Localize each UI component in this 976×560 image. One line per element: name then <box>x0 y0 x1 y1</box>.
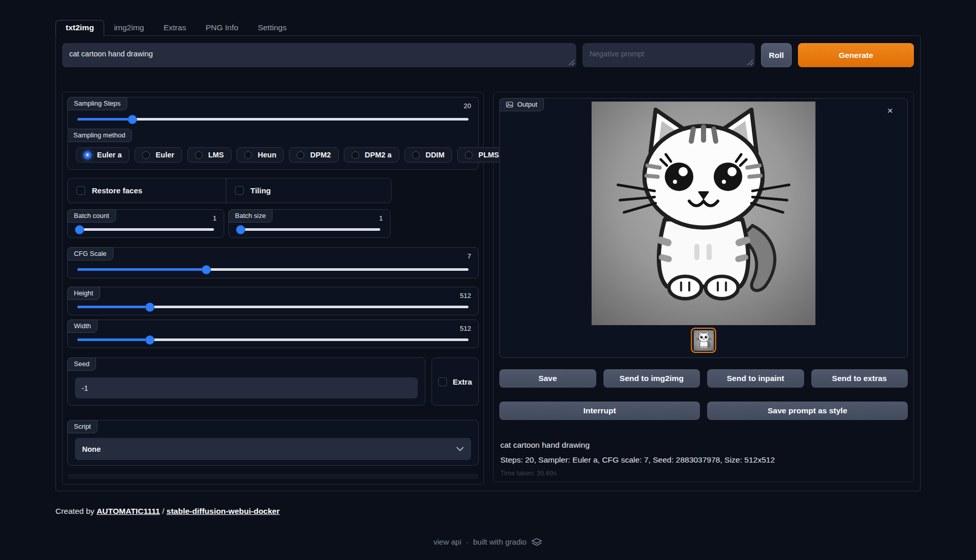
sampling-group: Sampling Steps 20 Sampling method Euler … <box>67 97 479 170</box>
radio-lms[interactable]: LMS <box>187 147 232 163</box>
generated-image <box>592 102 816 325</box>
radio-dpm2[interactable]: DPM2 <box>289 147 338 163</box>
tab-png-info[interactable]: PNG Info <box>196 21 248 35</box>
repo-link[interactable]: stable-diffusion-webui-docker <box>167 507 280 515</box>
close-icon[interactable]: × <box>887 106 893 115</box>
radio-label: DPM2 <box>310 151 330 159</box>
txt2img-panel: cat cartoon hand drawing Roll Generate S… <box>55 35 921 491</box>
negative-prompt-input[interactable] <box>582 43 755 67</box>
width-label: Width <box>67 319 97 333</box>
negative-prompt-wrap <box>582 43 755 67</box>
restore-faces-option[interactable]: Restore faces <box>68 178 226 203</box>
radio-dot-icon <box>142 151 150 159</box>
action-buttons-row: Interrupt Save prompt as style <box>499 402 908 420</box>
tab-settings[interactable]: Settings <box>248 21 296 35</box>
width-slider[interactable] <box>77 338 469 341</box>
height-group: Height 512 <box>67 287 479 315</box>
tab-txt2img[interactable]: txt2img <box>55 20 104 36</box>
radio-label: LMS <box>208 151 224 159</box>
credit-line: Created by AUTOMATIC1111 / stable-diffus… <box>55 507 280 516</box>
seed-group: Seed <box>67 357 425 406</box>
automatic1111-link[interactable]: AUTOMATIC1111 <box>96 507 160 515</box>
image-icon <box>506 101 513 108</box>
slider-knob[interactable] <box>146 336 154 344</box>
tiling-label: Tiling <box>250 186 271 195</box>
radio-heun[interactable]: Heun <box>237 147 284 163</box>
batch-size-slider[interactable] <box>239 228 380 231</box>
prompt-input[interactable]: cat cartoon hand drawing <box>62 43 576 67</box>
interrupt-button[interactable]: Interrupt <box>499 402 700 420</box>
radio-ddim[interactable]: DDIM <box>404 147 452 163</box>
thumbnail-image <box>693 330 714 351</box>
toggle-row: Restore faces Tiling <box>67 178 392 203</box>
slider-knob[interactable] <box>202 266 210 274</box>
radio-dpm2-a[interactable]: DPM2 a <box>344 147 399 163</box>
view-api-link[interactable]: view api <box>434 537 461 546</box>
batch-size-value: 1 <box>379 214 383 222</box>
batch-size-group: Batch size 1 <box>228 209 391 238</box>
restore-faces-label: Restore faces <box>92 186 142 195</box>
radio-euler[interactable]: Euler <box>134 147 182 163</box>
created-by-text: Created by <box>55 507 96 515</box>
send-to-img2img-button[interactable]: Send to img2img <box>603 369 700 388</box>
settings-column: Sampling Steps 20 Sampling method Euler … <box>62 92 484 485</box>
restore-faces-checkbox[interactable] <box>76 186 85 195</box>
height-label: Height <box>67 287 100 300</box>
gradio-footer: view api · built with gradio <box>0 537 976 546</box>
script-dropdown-value: None <box>82 445 101 453</box>
slider-knob[interactable] <box>128 115 136 124</box>
batch-count-value: 1 <box>213 214 217 222</box>
sampling-steps-value: 20 <box>464 102 471 110</box>
sampling-steps-slider[interactable] <box>77 118 469 121</box>
radio-dot-icon <box>465 151 473 159</box>
seed-label: Seed <box>67 357 96 371</box>
extra-label: Extra <box>453 377 472 386</box>
prompt-row: cat cartoon hand drawing Roll Generate <box>62 43 914 67</box>
extra-seed-option[interactable]: Extra <box>432 357 479 406</box>
radio-label: Euler a <box>97 151 122 159</box>
progress-bar-area <box>68 474 478 479</box>
sampling-steps-label: Sampling Steps <box>67 97 127 110</box>
tiling-checkbox[interactable] <box>235 186 244 195</box>
extra-checkbox[interactable] <box>438 377 447 386</box>
prompt-field-wrap: cat cartoon hand drawing <box>62 43 576 67</box>
radio-dot-icon <box>84 151 91 159</box>
save-button[interactable]: Save <box>499 369 596 388</box>
tab-extras[interactable]: Extras <box>154 21 196 35</box>
generate-button[interactable]: Generate <box>798 43 914 67</box>
slider-knob[interactable] <box>75 226 84 234</box>
tab-img2img[interactable]: img2img <box>104 21 154 35</box>
radio-label: DPM2 a <box>365 151 392 159</box>
height-slider[interactable] <box>77 306 469 308</box>
generation-info: cat cartoon hand drawing Steps: 20, Samp… <box>499 441 908 477</box>
save-prompt-as-style-button[interactable]: Save prompt as style <box>707 402 908 420</box>
slider-knob[interactable] <box>146 303 154 311</box>
script-dropdown[interactable]: None <box>75 438 471 460</box>
roll-button[interactable]: Roll <box>761 43 792 67</box>
seed-input[interactable] <box>75 377 418 398</box>
slider-fill <box>77 268 206 271</box>
width-group: Width 512 <box>67 319 479 348</box>
built-with-gradio-link[interactable]: built with gradio <box>473 537 526 546</box>
radio-label: PLMS <box>478 151 499 159</box>
width-value: 512 <box>460 325 471 332</box>
credit-separator: / <box>160 507 167 515</box>
tiling-option[interactable]: Tiling <box>226 178 391 203</box>
output-column: Output × Save Send to img2img <box>493 92 914 482</box>
radio-dot-icon <box>297 151 304 159</box>
cfg-scale-slider[interactable] <box>77 268 469 271</box>
info-params-text: Steps: 20, Sampler: Euler a, CFG scale: … <box>500 455 907 465</box>
send-to-inpaint-button[interactable]: Send to inpaint <box>707 369 804 388</box>
radio-dot-icon <box>352 151 359 159</box>
sampling-method-label-row: Sampling method <box>76 129 470 142</box>
send-to-extras-button[interactable]: Send to extras <box>811 369 908 388</box>
sampling-method-label: Sampling method <box>67 129 132 142</box>
slider-knob[interactable] <box>237 226 245 234</box>
send-buttons-row: Save Send to img2img Send to inpaint Sen… <box>499 369 908 388</box>
radio-euler-a[interactable]: Euler a <box>76 147 129 163</box>
gallery-thumbnail-selected[interactable] <box>691 328 716 353</box>
batch-size-label: Batch size <box>228 209 272 223</box>
info-time-text: Time taken: 35.69s <box>500 469 907 477</box>
webui-app: txt2img img2img Extras PNG Info Settings… <box>55 21 921 491</box>
batch-count-slider[interactable] <box>77 228 214 231</box>
